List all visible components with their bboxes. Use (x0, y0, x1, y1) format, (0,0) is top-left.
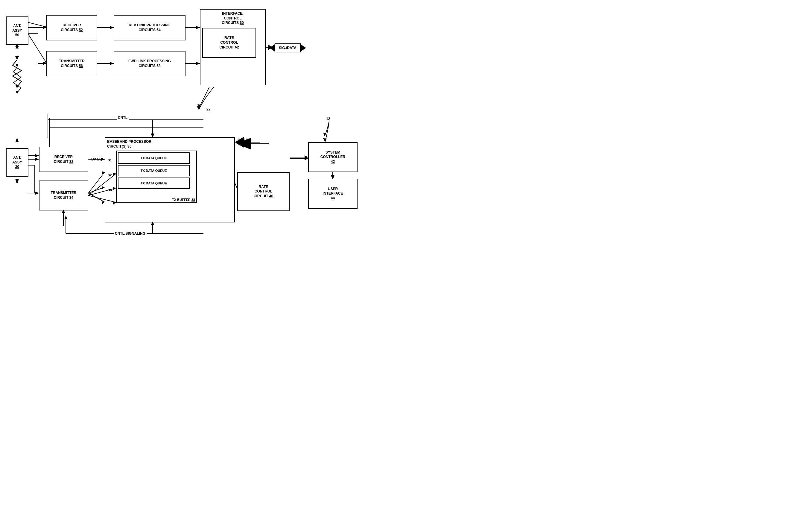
baseband-processor: BASEBAND PROCESSORCIRCUIT(S) 36 TX DATA … (105, 137, 235, 223)
svg-marker-68 (196, 26, 200, 29)
rate-control-circuit-62: RATECONTROLCIRCUIT 62 (202, 28, 256, 58)
s2-label: S2 (108, 173, 112, 177)
svg-marker-33 (102, 171, 105, 174)
data-label: DATA (91, 157, 101, 161)
rev-link-processing: REV LINK PROCESSINGCIRCUITS 54 (114, 15, 186, 41)
svg-marker-98 (304, 155, 308, 159)
transmitter-circuits-56: TRANSMITTERCIRCUITS 56 (46, 51, 97, 76)
ant-assy-50: ANT. ASSY 50 (6, 17, 28, 45)
diagram: ANT. ASSY 50 RECEIVERCIRCUITS 52 TRANSMI… (0, 0, 406, 260)
svg-marker-64 (110, 26, 114, 29)
transmitter-circuit-34: TRANSMITTERCIRCUIT 34 (39, 181, 88, 210)
sig-data-arrow: SIG./DATA (269, 44, 306, 52)
receiver-circuit-32: RECEIVERCIRCUIT 32 (39, 147, 88, 172)
svg-line-4 (28, 22, 46, 27)
svg-marker-50 (16, 138, 19, 141)
sig-data-label: SIG./DATA (275, 44, 301, 52)
interface-control-label: INTERFACE/CONTROLCIRCUITS 60 (202, 11, 263, 25)
svg-marker-3 (16, 91, 19, 94)
svg-line-5 (28, 34, 46, 63)
svg-marker-66 (110, 62, 114, 65)
label-22: 22 (207, 107, 210, 111)
svg-marker-13 (196, 26, 200, 29)
svg-marker-77 (323, 138, 327, 142)
system-controller: SYSTEMCONTROLLER42 (308, 142, 357, 172)
user-interface: USERINTERFACE44 (308, 179, 357, 209)
tx-queue-2: TX DATA QUEUE (118, 165, 190, 176)
svg-line-31 (88, 187, 105, 193)
svg-marker-56 (15, 85, 19, 88)
s1-label: S1 (108, 158, 112, 162)
svg-marker-58 (43, 26, 46, 29)
svg-marker-9 (110, 26, 114, 29)
svg-marker-70 (196, 62, 200, 65)
svg-line-30 (88, 172, 105, 193)
svg-marker-1 (16, 45, 19, 49)
tx-buffer-label: TX BUFFER 38 (172, 198, 195, 202)
svg-marker-35 (102, 201, 105, 204)
svg-marker-51 (16, 181, 19, 184)
svg-marker-83 (35, 191, 39, 194)
svg-marker-55 (15, 56, 19, 60)
cntl-label: CNTL (117, 115, 129, 120)
fwd-link-processing: FWD LINK PROCESSINGCIRCUITS 58 (114, 51, 186, 76)
svg-marker-15 (196, 62, 200, 65)
svg-marker-2 (16, 64, 19, 67)
svg-marker-79 (35, 158, 39, 161)
svg-marker-62 (43, 62, 46, 65)
tx-queue-3: TX DATA QUEUE (118, 178, 190, 189)
svg-marker-86 (15, 179, 19, 183)
svg-marker-25 (323, 133, 326, 136)
svg-marker-88 (101, 158, 105, 161)
svg-marker-6 (43, 25, 46, 28)
svg-marker-34 (102, 186, 105, 189)
tx-queue-1: TX DATA QUEUE (118, 152, 190, 164)
interface-control-circuits: INTERFACE/CONTROLCIRCUITS 60 RATECONTROL… (200, 9, 266, 85)
svg-line-32 (88, 193, 105, 202)
baseband-label: BASEBAND PROCESSORCIRCUIT(S) 36 (107, 139, 233, 149)
label-12: 12 (326, 117, 330, 121)
tx-data-area: TX DATA(ALL Si) (238, 138, 252, 147)
receiver-circuits-52: RECEIVERCIRCUITS 52 (46, 15, 97, 41)
svg-marker-7 (43, 61, 46, 64)
svg-marker-46 (35, 154, 39, 157)
svg-marker-11 (110, 62, 114, 65)
svg-marker-43 (64, 215, 67, 219)
sn-label: Sn (108, 188, 112, 192)
svg-marker-29 (101, 158, 105, 161)
svg-marker-100 (331, 175, 334, 179)
svg-marker-85 (15, 138, 19, 142)
tx-data-label: TX DATA(ALL Si) (238, 138, 252, 147)
svg-marker-76 (197, 106, 200, 110)
rate-control-circuit-40: RATECONTROLCIRCUIT 40 (237, 172, 290, 211)
ant-assy-30: ANT.ASSY30 (6, 148, 28, 177)
svg-marker-75 (151, 133, 154, 137)
svg-marker-48 (35, 191, 39, 194)
svg-marker-24 (197, 104, 200, 108)
svg-marker-37 (304, 157, 308, 160)
cntl-signaling-label: CNTL/SIGNALING (114, 231, 146, 236)
